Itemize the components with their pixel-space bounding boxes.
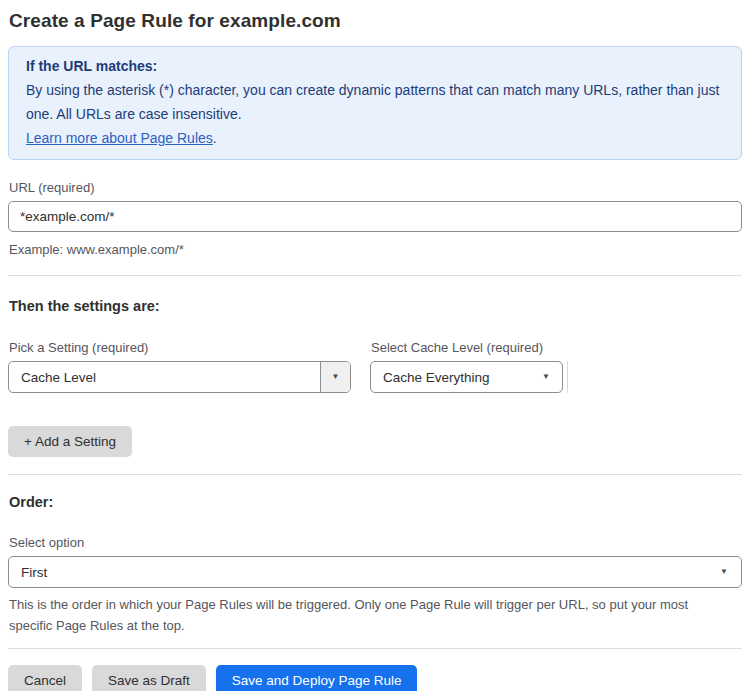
setting-select-value: Cache Level (9, 370, 320, 385)
chevron-down-icon: ▼ (542, 373, 562, 381)
cache-level-select-value: Cache Everything (371, 370, 542, 385)
setting-select-label: Pick a Setting (required) (9, 340, 351, 355)
chevron-down-icon: ▼ (720, 568, 741, 576)
cancel-button[interactable]: Cancel (8, 665, 82, 691)
settings-section-heading: Then the settings are: (9, 298, 742, 314)
order-select[interactable]: First ▼ (8, 556, 742, 588)
chevron-down-icon: ▼ (332, 373, 340, 381)
form-actions: Cancel Save as Draft Save and Deploy Pag… (8, 665, 742, 691)
cache-level-column: Select Cache Level (required) Cache Ever… (370, 340, 568, 393)
cache-level-select-label: Select Cache Level (required) (371, 340, 568, 355)
url-match-info-box: If the URL matches: By using the asteris… (8, 46, 742, 160)
setting-divider-rule (567, 361, 568, 393)
save-as-draft-button[interactable]: Save as Draft (92, 665, 206, 691)
learn-more-link[interactable]: Learn more about Page Rules (26, 130, 213, 146)
save-and-deploy-button[interactable]: Save and Deploy Page Rule (216, 665, 418, 691)
page-title: Create a Page Rule for example.com (9, 0, 742, 32)
url-field-helper: Example: www.example.com/* (9, 239, 742, 260)
add-setting-button[interactable]: + Add a Setting (8, 426, 132, 457)
setting-select[interactable]: Cache Level ▼ (8, 361, 351, 393)
order-select-value: First (9, 565, 720, 580)
order-section-heading: Order: (9, 494, 742, 510)
info-box-heading: If the URL matches: (26, 54, 724, 78)
cache-level-select[interactable]: Cache Everything ▼ (370, 361, 563, 393)
divider (8, 648, 742, 649)
url-field-label: URL (required) (9, 180, 742, 195)
setting-select-arrow-box[interactable]: ▼ (320, 362, 350, 392)
order-select-label: Select option (9, 535, 742, 550)
order-helper-text: This is the order in which your Page Rul… (9, 594, 731, 636)
divider (8, 474, 742, 475)
link-suffix: . (213, 130, 217, 146)
info-box-body: By using the asterisk (*) character, you… (26, 78, 724, 126)
info-box-link-line: Learn more about Page Rules. (26, 126, 724, 150)
setting-select-column: Pick a Setting (required) Cache Level ▼ (8, 340, 351, 393)
settings-row: Pick a Setting (required) Cache Level ▼ … (8, 340, 742, 393)
url-input[interactable] (8, 201, 742, 232)
divider (8, 275, 742, 276)
page-rule-form: Create a Page Rule for example.com If th… (0, 0, 750, 691)
